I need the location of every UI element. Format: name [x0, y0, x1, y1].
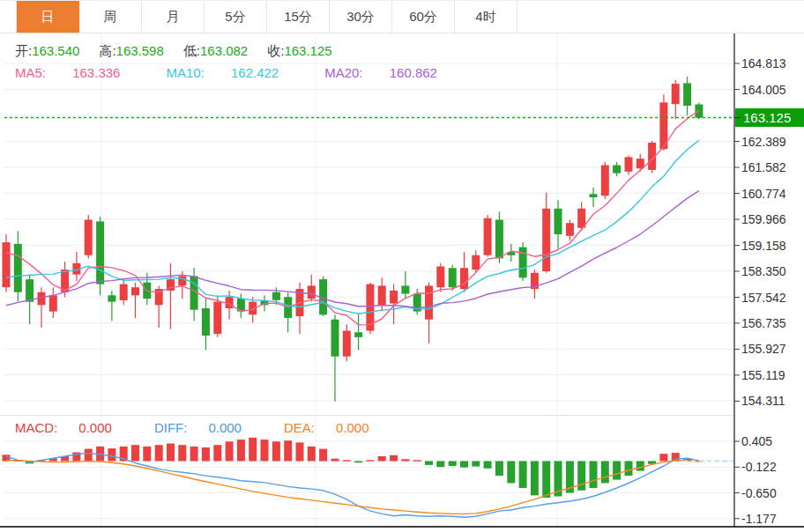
macd-bar[interactable]	[108, 448, 115, 461]
macd-bar[interactable]	[460, 462, 468, 468]
price-tick-label: 164.005	[741, 83, 786, 97]
candle-body[interactable]	[343, 331, 351, 357]
close-value: 163.125	[284, 43, 331, 58]
macd-bar[interactable]	[167, 444, 175, 462]
macd-bar[interactable]	[190, 447, 198, 462]
macd-bar[interactable]	[625, 462, 633, 477]
candle-body[interactable]	[85, 220, 93, 255]
candle-body[interactable]	[272, 292, 280, 300]
macd-bar[interactable]	[213, 445, 221, 461]
candle-body[interactable]	[108, 295, 115, 301]
price-tick-label: 154.311	[741, 394, 785, 408]
macd-bar[interactable]	[226, 441, 234, 461]
macd-bar[interactable]	[284, 440, 292, 461]
candle-body[interactable]	[213, 302, 221, 335]
candle-body[interactable]	[436, 267, 444, 288]
candle-body[interactable]	[131, 287, 139, 295]
macd-bar[interactable]	[590, 462, 598, 489]
macd-bar[interactable]	[507, 462, 515, 484]
candle-body[interactable]	[601, 166, 609, 196]
candle-body[interactable]	[625, 157, 633, 171]
ma5-readout: MA5: 163.336	[15, 65, 143, 80]
macd-bar[interactable]	[366, 460, 374, 461]
macd-bar[interactable]	[413, 460, 421, 461]
macd-bar[interactable]	[577, 462, 585, 491]
tab-30分[interactable]: 30分	[330, 1, 392, 33]
candle-body[interactable]	[178, 276, 186, 285]
macd-bar[interactable]	[495, 462, 503, 477]
candle-body[interactable]	[3, 242, 11, 287]
macd-bar[interactable]	[519, 462, 527, 489]
macd-bar[interactable]	[331, 459, 339, 462]
candle-body[interactable]	[49, 295, 57, 311]
macd-bar[interactable]	[401, 459, 409, 461]
low-value: 163.082	[200, 43, 248, 58]
tab-4时[interactable]: 4时	[455, 1, 517, 33]
macd-bar[interactable]	[155, 445, 163, 461]
macd-bar[interactable]	[249, 438, 257, 462]
candle-body[interactable]	[672, 84, 680, 104]
macd-bar[interactable]	[531, 462, 539, 496]
macd-bar[interactable]	[202, 447, 210, 462]
candle-body[interactable]	[542, 209, 550, 271]
candle-body[interactable]	[202, 308, 210, 336]
candle-body[interactable]	[425, 285, 433, 319]
macd-bar[interactable]	[296, 442, 304, 461]
candle-body[interactable]	[484, 218, 492, 255]
macd-bar[interactable]	[484, 462, 492, 469]
tab-60分[interactable]: 60分	[392, 1, 455, 33]
candle-body[interactable]	[613, 166, 621, 174]
macd-bar[interactable]	[472, 462, 480, 467]
candle-body[interactable]	[390, 291, 398, 304]
candle-body[interactable]	[590, 194, 598, 197]
tab-日[interactable]: 日	[16, 1, 79, 33]
tab-周[interactable]: 周	[79, 1, 142, 33]
tab-月[interactable]: 月	[142, 1, 205, 33]
macd-bar[interactable]	[659, 454, 667, 461]
open-value: 163.540	[32, 43, 79, 58]
candle-body[interactable]	[96, 221, 104, 284]
tab-5分[interactable]: 5分	[205, 1, 267, 33]
candle-body[interactable]	[519, 248, 527, 278]
candle-body[interactable]	[683, 83, 691, 106]
macd-bar[interactable]	[237, 440, 245, 461]
macd-bar[interactable]	[272, 441, 280, 461]
candle-body[interactable]	[495, 220, 503, 259]
macd-bar[interactable]	[436, 462, 444, 468]
candle-body[interactable]	[308, 285, 316, 299]
candle-body[interactable]	[14, 244, 22, 292]
candle-body[interactable]	[26, 279, 34, 302]
trading-chart-app: 164.813164.005162.389161.582160.774159.9…	[0, 0, 804, 532]
macd-bar[interactable]	[308, 447, 316, 462]
candle-body[interactable]	[378, 285, 386, 305]
macd-bar[interactable]	[449, 462, 457, 467]
macd-bar[interactable]	[143, 447, 151, 462]
macd-bar[interactable]	[131, 445, 139, 461]
candle-body[interactable]	[331, 320, 339, 357]
macd-bar[interactable]	[390, 455, 398, 462]
candle-body[interactable]	[472, 255, 480, 270]
macd-bar[interactable]	[636, 462, 644, 471]
price-tick-label: 164.813	[741, 56, 786, 70]
low-label: 低:	[183, 43, 200, 58]
macd-bar[interactable]	[601, 462, 609, 484]
candle-body[interactable]	[460, 268, 468, 289]
current-price-label: 163.125	[735, 108, 804, 127]
macd-bar[interactable]	[542, 462, 550, 499]
macd-bar[interactable]	[319, 449, 327, 462]
candle-body[interactable]	[449, 268, 457, 287]
macd-bar[interactable]	[378, 456, 386, 462]
macd-bar[interactable]	[343, 460, 351, 461]
macd-bar[interactable]	[178, 445, 186, 461]
candle-body[interactable]	[354, 332, 362, 337]
tab-15分[interactable]: 15分	[267, 1, 330, 33]
candle-body[interactable]	[120, 284, 128, 300]
candle-body[interactable]	[401, 285, 409, 293]
macd-bar[interactable]	[613, 462, 621, 480]
macd-bar[interactable]	[425, 462, 433, 465]
macd-bar[interactable]	[85, 449, 93, 462]
candle-body[interactable]	[566, 223, 574, 236]
macd-bar[interactable]	[261, 440, 269, 461]
candle-body[interactable]	[555, 209, 562, 234]
macd-bar[interactable]	[354, 462, 362, 463]
